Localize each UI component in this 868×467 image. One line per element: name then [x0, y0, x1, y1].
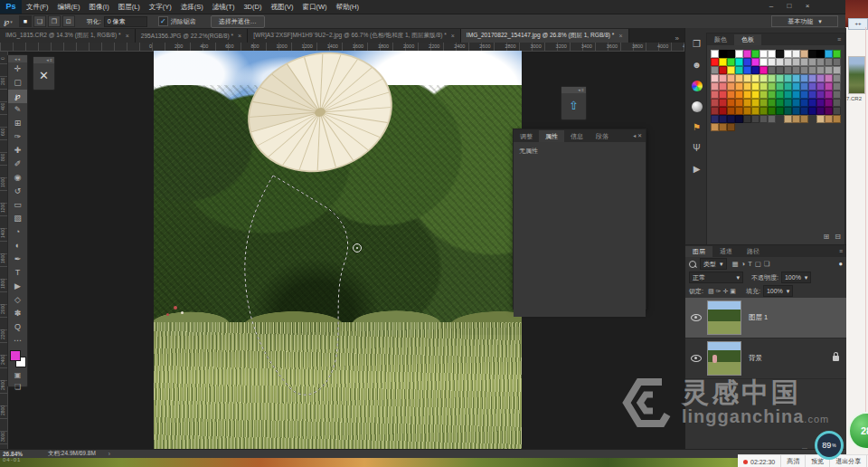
color-swatch[interactable] — [833, 58, 841, 66]
lock-icon[interactable]: ✑ — [716, 288, 722, 295]
document-tab[interactable]: IMG_20170822_154147.jpg @ 26.8% (图层 1, R… — [461, 29, 629, 43]
color-swatch[interactable] — [727, 82, 735, 91]
feather-input[interactable]: 0 像素 — [104, 16, 147, 27]
color-swatch[interactable] — [760, 115, 768, 123]
color-swatch[interactable] — [760, 91, 768, 99]
color-swatch[interactable] — [760, 123, 768, 131]
color-swatch[interactable] — [776, 82, 784, 91]
filter-icon[interactable]: ❏ — [764, 260, 770, 268]
menu-item[interactable]: 图像(I) — [85, 0, 114, 14]
color-swatch[interactable] — [743, 115, 751, 123]
color-swatch[interactable] — [776, 115, 784, 123]
color-swatch[interactable] — [711, 74, 719, 82]
zoom-tool[interactable]: Q — [8, 320, 27, 334]
color-swatch[interactable] — [816, 74, 825, 82]
history-brush-tool[interactable]: ↺ — [8, 185, 27, 198]
floating-collapsed-panel[interactable]: ◂ ≡ ⇧ — [561, 86, 587, 120]
color-swatch[interactable] — [825, 74, 833, 82]
status-options-arrow[interactable]: › — [108, 451, 110, 457]
brush-tool[interactable]: ✐ — [8, 157, 27, 171]
color-swatch[interactable] — [760, 82, 768, 91]
color-swatch[interactable] — [800, 115, 808, 123]
filter-icon[interactable]: ▦ — [732, 260, 739, 268]
color-swatch[interactable] — [800, 91, 808, 99]
shape-tool[interactable]: ◇ — [8, 293, 27, 307]
pen-tool[interactable]: ✒ — [8, 253, 27, 266]
color-swatch[interactable] — [808, 82, 816, 91]
floating-mini-panel[interactable]: ◂ ≡ ✕ — [33, 56, 55, 91]
layer-thumbnail[interactable] — [707, 341, 741, 376]
hand-tool[interactable]: ✽ — [8, 307, 27, 320]
color-swatch[interactable] — [808, 99, 816, 107]
menu-item[interactable]: 窗口(W) — [297, 0, 331, 14]
color-swatch[interactable] — [825, 50, 833, 58]
color-swatch[interactable] — [711, 50, 719, 58]
color-swatch[interactable] — [792, 74, 800, 82]
color-swatch[interactable] — [711, 66, 719, 74]
filter-icon[interactable]: ◑ — [741, 260, 746, 268]
color-swatch[interactable] — [808, 58, 816, 66]
color-swatch[interactable] — [816, 91, 825, 99]
color-swatch[interactable] — [808, 115, 816, 123]
color-swatch[interactable] — [743, 66, 751, 74]
path-selection-tool[interactable]: ▶ — [8, 280, 27, 293]
color-swatch[interactable] — [727, 115, 735, 123]
filter-toggle-icon[interactable]: ● — [838, 260, 843, 268]
color-swatch[interactable] — [816, 82, 825, 91]
color-swatch[interactable] — [719, 66, 727, 74]
move-tool[interactable]: ✛ — [8, 62, 27, 76]
document-tab[interactable]: IMG_1815.CR2 @ 14.3% (图层 1, RGB/8) *× — [0, 29, 136, 43]
layer-row[interactable]: 图层 1 — [685, 298, 846, 338]
menu-item[interactable]: 文件(F) — [22, 0, 53, 14]
color-swatch[interactable] — [743, 74, 751, 82]
color-swatch[interactable] — [816, 58, 825, 66]
color-swatch[interactable] — [751, 74, 760, 82]
antialias-checkbox[interactable]: ✓ — [158, 16, 168, 26]
color-swatch[interactable] — [727, 66, 735, 74]
delete-swatch-button[interactable]: ⊟ — [835, 233, 841, 241]
filter-type-dropdown[interactable]: 类型 ▾ — [700, 258, 727, 270]
color-swatch[interactable] — [743, 58, 751, 66]
color-swatch[interactable] — [719, 58, 727, 66]
filter-icon[interactable]: ▢ — [755, 260, 761, 268]
color-swatch[interactable] — [719, 115, 727, 123]
color-swatch[interactable] — [768, 58, 776, 66]
color-swatch[interactable] — [792, 50, 800, 58]
color-swatch[interactable] — [711, 58, 719, 66]
color-swatch[interactable] — [825, 82, 833, 91]
color-swatch[interactable] — [833, 50, 841, 58]
battery-percent-badge[interactable]: 89% — [815, 431, 844, 460]
panel-controls[interactable]: ◂ ✕ — [633, 130, 646, 142]
panel-tab-图层[interactable]: 图层 — [685, 246, 712, 257]
eye-visibility-icon[interactable] — [691, 314, 702, 321]
menu-item[interactable]: 滤镜(T) — [208, 0, 240, 14]
color-swatch[interactable] — [768, 66, 776, 74]
color-swatch[interactable] — [719, 123, 727, 131]
color-swatch[interactable] — [735, 58, 743, 66]
panel-tab-颜色[interactable]: 颜色 — [707, 34, 734, 45]
menu-item[interactable]: 视图(V) — [266, 0, 297, 14]
color-swatch[interactable] — [784, 82, 792, 91]
panel-tab-色板[interactable]: 色板 — [734, 34, 761, 45]
select-and-mask-button[interactable]: 选择并遮住… — [211, 15, 265, 28]
color-swatch[interactable] — [784, 58, 792, 66]
collapsed-panel-actions-icon[interactable]: ▶ — [688, 158, 705, 179]
color-swatch[interactable] — [833, 99, 841, 107]
color-swatch[interactable] — [751, 99, 760, 107]
color-swatch[interactable] — [735, 115, 743, 123]
color-swatch[interactable] — [727, 50, 735, 58]
color-swatch[interactable] — [735, 91, 743, 99]
color-swatch[interactable] — [776, 123, 784, 131]
quick-mask-button[interactable]: ▣ — [8, 369, 27, 381]
color-swatch[interactable] — [833, 66, 841, 74]
color-swatch[interactable] — [760, 50, 768, 58]
color-swatch[interactable] — [784, 66, 792, 74]
color-swatch[interactable] — [833, 115, 841, 123]
color-swatch[interactable] — [816, 99, 825, 107]
color-swatch[interactable] — [751, 50, 760, 58]
blend-mode-dropdown[interactable]: 正常 ▾ — [689, 272, 743, 283]
color-swatch[interactable] — [784, 123, 792, 131]
mini-panel-header[interactable]: ◂ ≡ — [33, 57, 54, 63]
share-toolbar-button[interactable]: 高清 — [781, 455, 806, 467]
color-swatch[interactable] — [792, 123, 800, 131]
